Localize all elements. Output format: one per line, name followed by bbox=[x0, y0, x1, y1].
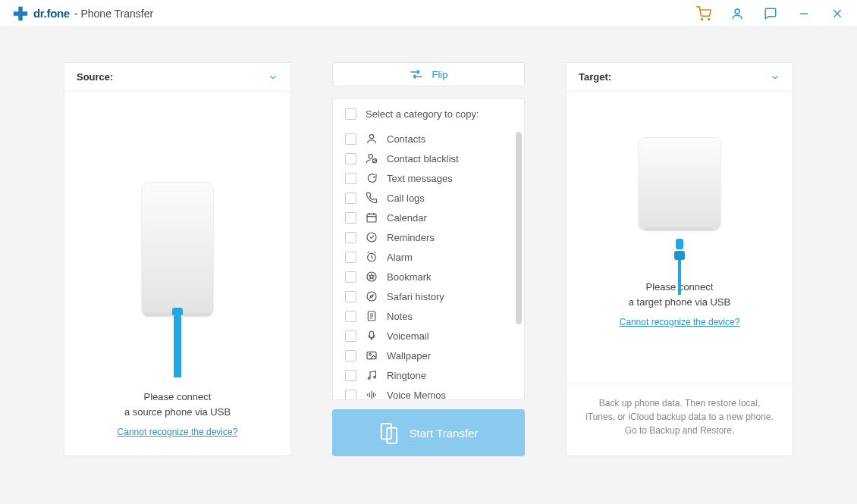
category-icon bbox=[366, 211, 378, 224]
category-checkbox[interactable] bbox=[345, 370, 356, 381]
category-icon bbox=[366, 251, 378, 263]
category-row[interactable]: Call logs bbox=[333, 188, 524, 208]
category-row[interactable]: Ringtone bbox=[333, 365, 524, 385]
svg-marker-20 bbox=[370, 295, 373, 298]
target-dropdown[interactable]: Target: bbox=[567, 63, 793, 92]
category-icon bbox=[366, 231, 378, 243]
category-checkbox[interactable] bbox=[345, 350, 356, 362]
category-label: Reminders bbox=[387, 232, 435, 243]
usb-cable-icon bbox=[174, 315, 181, 377]
category-row[interactable]: Voicemail bbox=[333, 326, 524, 346]
account-icon[interactable] bbox=[730, 6, 745, 21]
category-row[interactable]: Wallpaper bbox=[333, 346, 524, 365]
window-subtitle: - Phone Transfer bbox=[74, 8, 153, 20]
target-label: Target: bbox=[579, 71, 611, 83]
category-row[interactable]: Text messages bbox=[333, 168, 524, 188]
start-transfer-label: Start Transfer bbox=[410, 427, 479, 440]
category-icon bbox=[366, 192, 378, 204]
category-checkbox[interactable] bbox=[345, 271, 356, 283]
svg-point-7 bbox=[369, 155, 372, 158]
flip-icon bbox=[410, 69, 423, 80]
source-panel: Source: Please connect a source phone vi… bbox=[64, 62, 291, 456]
category-row[interactable]: Bookmark bbox=[333, 267, 524, 286]
cart-icon[interactable] bbox=[696, 6, 711, 21]
source-label: Source: bbox=[77, 71, 113, 83]
minimize-icon[interactable] bbox=[796, 6, 811, 21]
transfer-icon bbox=[379, 421, 399, 444]
close-icon[interactable] bbox=[830, 6, 845, 21]
category-label: Notes bbox=[387, 311, 413, 322]
source-connect-line1: Please connect bbox=[124, 390, 231, 405]
category-checkbox[interactable] bbox=[345, 330, 356, 342]
category-icon bbox=[366, 152, 378, 164]
usb-plug-icon bbox=[674, 239, 685, 271]
category-row[interactable]: Contact blacklist bbox=[333, 149, 524, 168]
category-label: Calendar bbox=[387, 212, 427, 224]
category-row[interactable]: Safari history bbox=[333, 286, 524, 306]
scrollbar[interactable] bbox=[516, 132, 522, 324]
source-device-placeholder bbox=[141, 182, 214, 317]
category-row[interactable]: Notes bbox=[333, 306, 524, 326]
category-checkbox[interactable] bbox=[345, 153, 356, 164]
source-dropdown[interactable]: Source: bbox=[64, 63, 290, 92]
category-icon bbox=[366, 330, 378, 342]
category-checkbox[interactable] bbox=[345, 133, 356, 145]
select-all-checkbox[interactable] bbox=[345, 108, 356, 120]
category-checkbox[interactable] bbox=[345, 193, 356, 204]
category-checkbox[interactable] bbox=[345, 173, 356, 184]
svg-point-2 bbox=[735, 9, 739, 14]
source-unrecognized-link[interactable]: Cannot recognize the device? bbox=[118, 427, 238, 437]
chevron-down-icon bbox=[268, 72, 278, 83]
category-label: Text messages bbox=[387, 173, 453, 184]
svg-point-19 bbox=[367, 292, 376, 301]
svg-line-9 bbox=[373, 159, 376, 162]
category-row[interactable]: Calendar bbox=[333, 208, 524, 227]
category-checkbox[interactable] bbox=[345, 252, 356, 263]
logo-cross-icon bbox=[12, 5, 29, 22]
category-icon bbox=[366, 349, 378, 362]
target-device-placeholder bbox=[638, 137, 721, 231]
svg-rect-36 bbox=[387, 428, 397, 443]
start-transfer-button[interactable]: Start Transfer bbox=[332, 409, 525, 456]
svg-point-27 bbox=[369, 353, 372, 355]
category-label: Voicemail bbox=[387, 330, 429, 342]
svg-rect-10 bbox=[367, 214, 376, 222]
category-row[interactable]: Contacts bbox=[333, 129, 524, 149]
category-icon bbox=[366, 172, 378, 184]
target-connect-line2: a target phone via USB bbox=[629, 295, 730, 310]
category-checkbox[interactable] bbox=[345, 291, 356, 302]
category-icon bbox=[366, 389, 378, 399]
category-label: Contacts bbox=[387, 133, 425, 145]
category-label: Voice Memos bbox=[387, 390, 446, 400]
target-unrecognized-link[interactable]: Cannot recognize the device? bbox=[620, 317, 740, 327]
chevron-down-icon bbox=[770, 72, 780, 83]
flip-label: Flip bbox=[432, 69, 448, 80]
category-icon bbox=[366, 271, 378, 283]
category-row[interactable]: Voice Memos bbox=[333, 385, 524, 399]
flip-button[interactable]: Flip bbox=[332, 62, 525, 86]
svg-line-16 bbox=[368, 252, 369, 252]
category-row[interactable]: Alarm bbox=[333, 247, 524, 267]
target-panel: Target: Please connect a target phone vi… bbox=[566, 62, 793, 456]
category-label: Wallpaper bbox=[387, 350, 431, 362]
svg-point-29 bbox=[374, 376, 376, 378]
svg-point-6 bbox=[369, 135, 373, 139]
category-checkbox[interactable] bbox=[345, 311, 356, 322]
brand-logo: dr.fone bbox=[12, 5, 70, 22]
backup-restore-note: Back up phone data. Then restore local, … bbox=[567, 383, 793, 455]
category-checkbox[interactable] bbox=[345, 212, 356, 224]
category-checkbox[interactable] bbox=[345, 232, 356, 243]
category-checkbox[interactable] bbox=[345, 390, 356, 400]
category-label: Contact blacklist bbox=[387, 153, 459, 164]
category-row[interactable]: Reminders bbox=[333, 227, 524, 247]
svg-point-0 bbox=[702, 18, 703, 20]
category-icon bbox=[366, 133, 378, 145]
category-label: Ringtone bbox=[387, 370, 426, 381]
category-label: Alarm bbox=[387, 252, 413, 263]
feedback-icon[interactable] bbox=[763, 6, 778, 21]
source-connect-line2: a source phone via USB bbox=[124, 405, 231, 420]
select-category-header: Select a category to copy: bbox=[366, 108, 479, 120]
category-label: Bookmark bbox=[387, 271, 432, 283]
svg-point-28 bbox=[368, 377, 370, 380]
category-label: Call logs bbox=[387, 193, 425, 204]
